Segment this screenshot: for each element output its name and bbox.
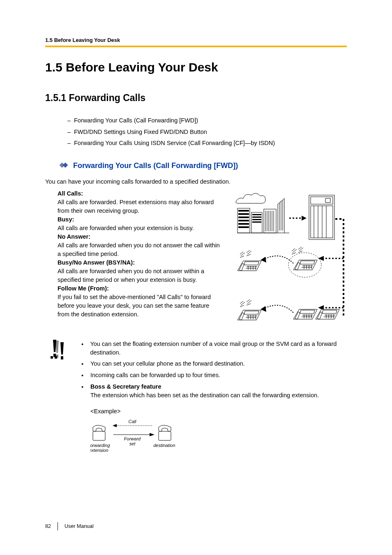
svg-rect-6 [238, 220, 249, 221]
destination-label: destination [153, 443, 175, 448]
note-text: Incoming calls can be forwarded up to fo… [90, 371, 220, 380]
svg-rect-10 [252, 214, 261, 215]
fwd-ext-label-1: Forwarding [90, 443, 110, 448]
def-term: All Calls: [58, 190, 83, 197]
toc-text: Forwarding Your Calls (Call Forwarding [… [74, 115, 198, 127]
topic-heading: Forwarding Your Calls (Call Forwarding [… [59, 161, 347, 170]
forward-label: Forward [124, 436, 141, 441]
toc-text: Forwarding Your Calls Using ISDN Service… [74, 138, 275, 149]
svg-marker-47 [318, 256, 324, 261]
def-term: Busy/No Answer (BSY/NA): [58, 259, 135, 266]
svg-marker-60 [113, 424, 117, 427]
toc-text: FWD/DND Settings Using Fixed FWD/DND But… [74, 127, 207, 138]
subsection-title: 1.5.1 Forwarding Calls [45, 92, 347, 104]
def-body: All calls are forwarded when your extens… [58, 225, 194, 231]
footer-divider [58, 522, 58, 530]
def-body: All calls are forwarded. Preset extensio… [58, 199, 214, 214]
svg-rect-12 [252, 219, 261, 220]
note-text: The extension which has been set as the … [90, 392, 319, 398]
svg-rect-5 [238, 216, 249, 218]
definitions: All Calls:All calls are forwarded. Prese… [58, 189, 223, 325]
svg-rect-55 [51, 356, 53, 359]
svg-rect-7 [238, 223, 249, 225]
diamonds-icon [59, 161, 70, 170]
set-label: set [129, 441, 136, 446]
def-body: If you fail to set the above-mentioned "… [58, 294, 211, 318]
svg-rect-13 [252, 221, 261, 223]
example-diagram: Call Forward set Forwarding extension de… [90, 420, 347, 459]
def-body: All calls are forwarded when you do not … [58, 268, 204, 283]
intro-text: You can have your incoming calls forward… [45, 177, 347, 186]
toc-item: –Forwarding Your Calls Using ISDN Servic… [64, 138, 347, 149]
call-label: Call [129, 420, 137, 424]
def-term: Busy: [58, 216, 74, 223]
def-body: All calls are forwarded when you do not … [58, 242, 220, 257]
svg-rect-8 [238, 226, 249, 228]
def-term: Follow Me (From): [58, 285, 109, 292]
notes-list: •You can set the floating extension numb… [81, 340, 347, 459]
toc-item: –Forwarding Your Calls (Call Forwarding … [64, 115, 347, 127]
important-icon [50, 340, 71, 459]
svg-marker-50 [261, 306, 266, 312]
def-term: No Answer: [58, 233, 90, 240]
toc-item: –FWD/DND Settings Using Fixed FWD/DND Bu… [64, 127, 347, 138]
header-rule [45, 46, 347, 47]
note-term: Boss & Secretary feature [90, 383, 161, 390]
note-text: You can set your cellular phone as the f… [90, 359, 245, 368]
section-title: 1.5 Before Leaving Your Desk [45, 60, 347, 74]
doc-title: User Manual [65, 523, 94, 529]
svg-marker-25 [302, 216, 307, 221]
svg-rect-54 [61, 356, 63, 359]
page-number: 82 [45, 523, 51, 529]
note-text: You can set the floating extension numbe… [90, 340, 347, 357]
page-footer: 82 User Manual [45, 522, 94, 530]
topic-heading-text: Forwarding Your Calls (Call Forwarding [… [73, 161, 238, 170]
svg-marker-49 [261, 257, 266, 263]
svg-rect-11 [252, 216, 261, 218]
svg-rect-4 [238, 213, 249, 215]
svg-rect-56 [55, 356, 57, 359]
illustration [232, 189, 347, 325]
svg-rect-58 [159, 431, 171, 440]
svg-rect-28 [325, 198, 330, 203]
running-head: 1.5 Before Leaving Your Desk [45, 37, 347, 43]
fwd-ext-label-2: extension [90, 448, 108, 453]
toc-list: –Forwarding Your Calls (Call Forwarding … [64, 115, 347, 149]
example-label: <Example> [90, 407, 347, 416]
svg-marker-62 [150, 433, 154, 436]
svg-rect-3 [238, 210, 249, 212]
svg-rect-57 [93, 431, 105, 440]
svg-marker-1 [63, 163, 68, 168]
